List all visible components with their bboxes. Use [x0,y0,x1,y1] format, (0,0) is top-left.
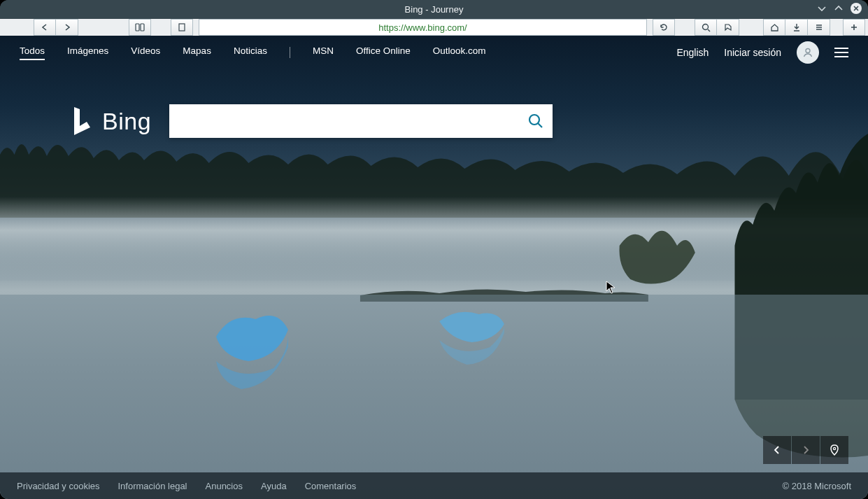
nav-mapas[interactable]: Mapas [183,45,211,60]
user-icon [802,46,814,59]
svg-rect-2 [141,24,144,31]
reader-button[interactable] [129,19,151,36]
window-title: Bing - Journey [405,4,464,15]
footer-privacy[interactable]: Privacidad y cookies [17,481,100,491]
search-input[interactable] [169,104,519,138]
carousel-controls [763,436,848,464]
bing-logo[interactable]: Bing [70,106,151,136]
arrow-up-icon[interactable] [833,3,844,14]
browser-toolbar: https://www.bing.com/ [0,19,868,36]
close-icon[interactable] [850,2,862,15]
tag-button[interactable] [717,19,739,36]
bing-logo-text: Bing [102,108,151,135]
nav-imagenes[interactable]: Imágenes [67,45,108,60]
chevron-left-icon [772,445,782,455]
window-titlebar: Bing - Journey [0,0,868,19]
carousel-next-button[interactable] [792,436,820,464]
hamburger-menu-icon[interactable] [834,48,848,57]
search-toolbar-button[interactable] [695,19,717,36]
nav-todos[interactable]: Todos [20,45,45,60]
nav-office-online[interactable]: Office Online [356,45,411,60]
svg-rect-1 [136,24,139,31]
new-tab-button[interactable] [843,19,865,36]
search-box [169,104,553,138]
nav-outlook[interactable]: Outlook.com [433,45,486,60]
carousel-prev-button[interactable] [763,436,791,464]
downloads-button[interactable] [785,19,808,36]
svg-point-8 [529,115,539,125]
top-nav: Todos Imágenes Vídeos Mapas Noticias MSN… [0,36,868,69]
svg-point-9 [833,447,835,449]
search-button[interactable] [519,104,553,138]
footer-help[interactable]: Ayuda [261,481,287,491]
location-pin-icon [830,444,839,456]
reload-button[interactable] [653,19,675,36]
back-button[interactable] [34,19,56,36]
carousel-info-button[interactable] [820,436,848,464]
nav-noticias[interactable]: Noticias [234,45,267,60]
bing-logo-icon [70,106,95,136]
address-bar[interactable]: https://www.bing.com/ [199,19,647,36]
footer-legal[interactable]: Información legal [118,481,187,491]
nav-videos[interactable]: Vídeos [131,45,160,60]
nav-msn[interactable]: MSN [313,45,334,60]
chevron-right-icon [801,445,811,455]
search-icon [527,113,544,129]
arrow-down-icon[interactable] [816,3,827,14]
menu-button[interactable] [808,19,830,36]
footer-feedback[interactable]: Comentarios [305,481,357,491]
user-avatar[interactable] [797,41,819,64]
home-button[interactable] [763,19,785,36]
svg-point-4 [702,24,708,29]
forward-button[interactable] [56,19,78,36]
svg-rect-3 [179,24,185,31]
footer-copyright: © 2018 Microsoft [783,481,851,491]
language-link[interactable]: English [676,47,709,58]
footer-ads[interactable]: Anuncios [206,481,243,491]
footer: Privacidad y cookies Información legal A… [0,472,868,499]
url-text: https://www.bing.com/ [378,22,467,33]
nav-links: Todos Imágenes Vídeos Mapas Noticias MSN… [20,45,485,60]
svg-point-7 [806,49,810,53]
shield-button[interactable] [171,19,193,36]
svg-rect-6 [0,295,868,499]
nav-separator [290,47,290,58]
signin-link[interactable]: Iniciar sesión [724,47,781,58]
